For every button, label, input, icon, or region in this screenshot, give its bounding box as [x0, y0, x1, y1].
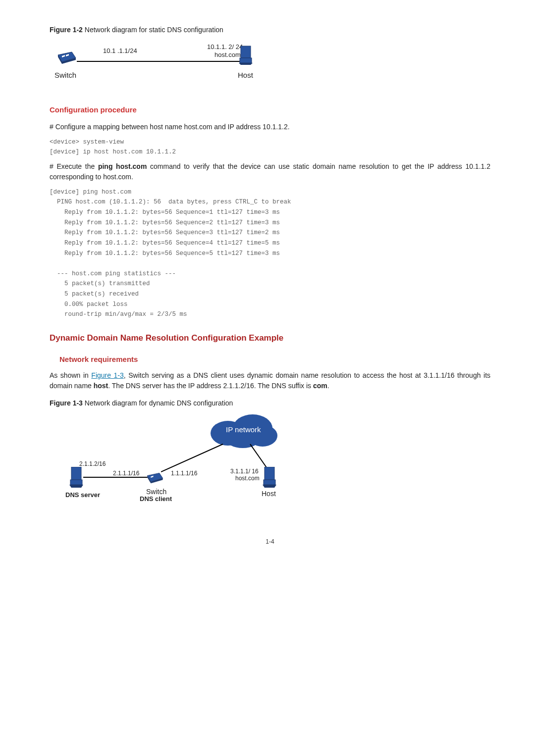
diagram-link-line — [77, 61, 240, 62]
network-requirements-para: As shown in Figure 1-3, Switch serving a… — [50, 370, 490, 391]
svg-rect-3 — [241, 46, 251, 58]
svg-line-17 — [250, 444, 268, 469]
figure-1-2-caption: Figure 1-2 Network diagram for static DN… — [50, 25, 490, 35]
host-label: Host — [238, 70, 253, 81]
link-switch-cloud — [161, 443, 225, 473]
server-icon — [239, 45, 253, 65]
figure-1-3-title: Network diagram for dynamic DNS configur… — [83, 399, 233, 407]
network-requirements-heading: Network requirements — [59, 354, 490, 365]
dns-server-icon — [69, 467, 83, 488]
svg-line-16 — [161, 444, 223, 472]
figure-1-3-diagram: IP network 2.1.1.2/16 DNS server 2.1.1.1… — [64, 413, 322, 503]
figure-1-3-number: Figure 1-3 — [50, 399, 83, 407]
code-block-2: [device] ping host.com PING host.com (10… — [50, 187, 490, 320]
suffix-bold: com — [313, 382, 327, 390]
hostname-label: host.com — [214, 50, 241, 60]
figure-1-2-number: Figure 1-2 — [50, 26, 83, 34]
config-procedure-heading: Configuration procedure — [50, 104, 490, 116]
config-para-1: # Configure a mapping between host name … — [50, 122, 490, 132]
switch-label: Switch — [54, 70, 76, 81]
dns-server-label: DNS server — [65, 490, 100, 500]
nr-c: . The DNS server has the IP address 2.1.… — [108, 382, 313, 390]
svg-marker-5 — [239, 63, 253, 65]
svg-marker-20 — [263, 485, 276, 488]
dns-client-label: DNS client — [140, 494, 172, 504]
switch-center-icon — [146, 471, 164, 484]
ip-dns-server: 2.1.1.2/16 — [79, 459, 106, 468]
figure-1-2-diagram: 10.1 .1.1/24 10.1.1. 2/ 24 host.com Swit… — [50, 40, 258, 90]
svg-rect-18 — [265, 467, 274, 480]
para2-a: # Execute the — [50, 162, 98, 170]
page-number: 1-4 — [50, 537, 490, 546]
cloud-label: IP network — [226, 424, 261, 436]
ping-command: ping host.com — [98, 162, 147, 170]
svg-rect-11 — [70, 480, 82, 485]
figure-1-2-title: Network diagram for static DNS configura… — [83, 26, 223, 34]
host-server-icon — [263, 467, 276, 488]
code-block-1: <device> system-view [device] ip host ho… — [50, 137, 490, 157]
hostname-bold: host — [94, 382, 108, 390]
svg-rect-19 — [264, 480, 275, 485]
svg-rect-4 — [240, 58, 252, 63]
svg-rect-10 — [71, 467, 81, 480]
nr-a: As shown in — [50, 371, 91, 379]
dynamic-dns-heading: Dynamic Domain Name Resolution Configura… — [50, 332, 490, 345]
figure-1-3-link[interactable]: Figure 1-3 — [91, 371, 123, 379]
figure-1-3-caption: Figure 1-3 Network diagram for dynamic D… — [50, 398, 490, 408]
svg-marker-12 — [69, 485, 83, 488]
switch-icon — [57, 50, 77, 65]
ip-switch: 10.1 .1.1/24 — [103, 46, 137, 56]
host-label-2: Host — [262, 489, 276, 499]
nr-d: . — [327, 382, 329, 390]
ip-switch-left: 2.1.1.1/16 — [113, 469, 139, 478]
hostcom-label: host.com — [235, 474, 260, 483]
config-para-2: # Execute the ping host.com command to v… — [50, 161, 490, 182]
